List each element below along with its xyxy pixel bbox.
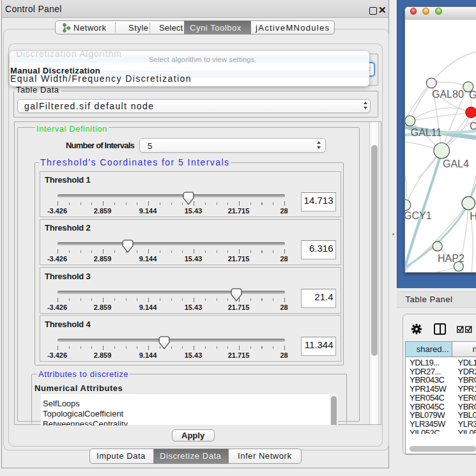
- svg-text:GAL11: GAL11: [411, 127, 442, 138]
- svg-text:GAL80: GAL80: [432, 89, 464, 100]
- svg-text:GA: GA: [469, 89, 476, 100]
- svg-text:GAL4: GAL4: [443, 158, 469, 169]
- svg-text:H: H: [470, 211, 476, 222]
- svg-text:GCY1: GCY1: [405, 210, 432, 221]
- svg-text:C: C: [470, 121, 476, 132]
- svg-text:HAP2: HAP2: [438, 253, 464, 264]
